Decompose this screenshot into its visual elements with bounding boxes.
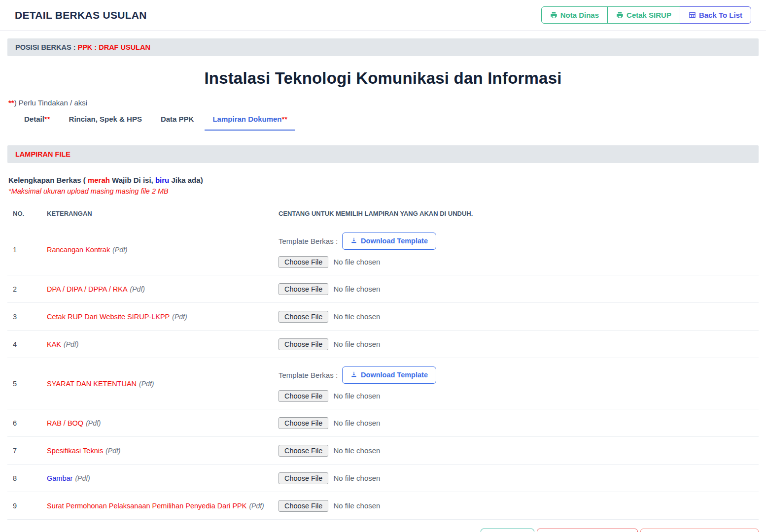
file-input-2[interactable]: Choose File No file chosen [279, 283, 759, 295]
file-input-8[interactable]: Choose File No file chosen [279, 472, 759, 484]
page-header-title: DETAIL BERKAS USULAN [15, 9, 147, 21]
no-file-chosen-text: No file chosen [333, 501, 380, 510]
table-row: 5 SYARAT DAN KETENTUAN(Pdf) Template Ber… [7, 358, 759, 409]
choose-file-button[interactable]: Choose File [279, 283, 328, 295]
table-row: 2 DPA / DIPA / DPPA / RKA(Pdf) Choose Fi… [7, 275, 759, 303]
download-icon [350, 237, 357, 245]
download-file-yang-dipilih-button[interactable]: Download File Yang Dipilih [640, 529, 759, 532]
table-icon [689, 11, 696, 19]
biru-word: biru [155, 176, 169, 184]
template-berkas-label: Template Berkas : [279, 371, 338, 379]
doc-type: (Pdf) [75, 474, 90, 482]
doc-label: RAB / BOQ [47, 419, 83, 427]
page: DETAIL BERKAS USULAN Nota Dinas Cetak SI… [0, 0, 766, 532]
back-to-list-label: Back To List [699, 11, 742, 19]
doc-label: KAK [47, 340, 61, 348]
no-file-chosen-text: No file chosen [333, 285, 380, 293]
no-file-chosen-text: No file chosen [333, 340, 380, 348]
file-input-3[interactable]: Choose File No file chosen [279, 311, 759, 323]
doc-type: (Pdf) [64, 340, 78, 348]
doc-label: Gambar [47, 474, 72, 482]
table-row: 7 Spesifikasi Teknis(Pdf) Choose File No… [7, 437, 759, 465]
choose-file-button[interactable]: Choose File [279, 256, 328, 268]
file-input-7[interactable]: Choose File No file chosen [279, 445, 759, 457]
printer-icon [550, 11, 557, 19]
topbar: DETAIL BERKAS USULAN Nota Dinas Cetak SI… [0, 0, 766, 31]
doc-label: Cetak RUP Dari Website SIRUP-LKPP [47, 313, 170, 321]
action-note: **) Perlu Tindakan / aksi [8, 99, 759, 107]
lampiran-file-banner-text: LAMPIRAN FILE [15, 150, 70, 158]
table-row: 8 Gambar(Pdf) Choose File No file chosen [7, 465, 759, 492]
choose-file-button[interactable]: Choose File [279, 500, 328, 512]
nota-dinas-button[interactable]: Nota Dinas [541, 6, 608, 24]
no-file-chosen-text: No file chosen [333, 474, 380, 482]
doc-type: (Pdf) [105, 447, 120, 455]
cetak-sirup-button[interactable]: Cetak SIRUP [607, 6, 680, 24]
no-file-chosen-text: No file chosen [333, 312, 380, 321]
cetak-sirup-label: Cetak SIRUP [627, 11, 671, 19]
table-row: 6 RAB / BOQ(Pdf) Choose File No file cho… [7, 409, 759, 437]
tab-rincian-spek-hps[interactable]: Rincian, Spek & HPS [61, 113, 150, 131]
template-berkas-label: Template Berkas : [279, 237, 338, 245]
download-icon [350, 371, 357, 379]
choose-file-button[interactable]: Choose File [279, 445, 328, 457]
file-input-6[interactable]: Choose File No file chosen [279, 417, 759, 429]
doc-label: Rancangan Kontrak [47, 246, 110, 254]
file-input-9[interactable]: Choose File No file chosen [279, 500, 759, 512]
content: POSISI BERKAS : PPK : DRAF USULAN Instal… [0, 31, 766, 532]
file-input-1[interactable]: Choose File No file chosen [279, 256, 759, 268]
table-row: 3 Cetak RUP Dari Website SIRUP-LKPP(Pdf)… [7, 303, 759, 331]
col-header-keterangan: KETERANGAN [47, 210, 279, 217]
col-header-no: NO. [7, 210, 47, 217]
no-file-chosen-text: No file chosen [333, 446, 380, 455]
page-title: Instalasi Teknologi Komunikasi dan Infor… [7, 69, 759, 88]
max-size-note: *Maksimal ukuran upload masing masing fi… [8, 187, 759, 195]
action-note-stars: ** [8, 99, 14, 107]
nota-dinas-label: Nota Dinas [560, 11, 599, 19]
doc-type: (Pdf) [130, 285, 145, 293]
doc-type: (Pdf) [172, 313, 187, 321]
table-header: NO. KETERANGAN CENTANG UNTUK MEMILIH LAM… [7, 205, 759, 224]
table-row: 9 Surat Permohonan Pelaksanaan Pemilihan… [7, 492, 759, 520]
col-header-centang: CENTANG UNTUK MEMILIH LAMPIRAN YANG AKAN… [279, 210, 759, 217]
unggah-button[interactable]: Unggah [481, 529, 534, 532]
doc-label: Spesifikasi Teknis [47, 447, 103, 455]
tab-detail[interactable]: Detail** [16, 113, 58, 131]
doc-label: Surat Permohonan Pelaksanaan Pemilihan P… [47, 502, 246, 510]
kelengkapan-note: Kelengkapan Berkas ( merah Wajib Di isi,… [8, 176, 759, 184]
table-row: 1 Rancangan Kontrak(Pdf) Template Berkas… [7, 224, 759, 275]
printer-icon [616, 11, 624, 19]
merah-word: merah [88, 176, 110, 184]
tabs: Detail** Rincian, Spek & HPS Data PPK La… [7, 113, 759, 131]
tab-data-ppk[interactable]: Data PPK [153, 113, 202, 131]
doc-type: (Pdf) [112, 246, 127, 254]
tab-lampiran-dokumen[interactable]: Lampiran Dokumen** [205, 113, 295, 131]
doc-label: SYARAT DAN KETENTUAN [47, 380, 137, 388]
file-input-5[interactable]: Choose File No file chosen [279, 390, 759, 402]
no-file-chosen-text: No file chosen [333, 258, 380, 266]
choose-file-button[interactable]: Choose File [279, 338, 328, 350]
choose-file-button[interactable]: Choose File [279, 390, 328, 402]
table-row: 4 KAK(Pdf) Choose File No file chosen [7, 331, 759, 358]
doc-label: DPA / DIPA / DPPA / RKA [47, 285, 128, 293]
doc-type: (Pdf) [139, 380, 154, 388]
download-semua-file-button[interactable]: Download Semua File [537, 529, 638, 532]
choose-file-button[interactable]: Choose File [279, 417, 328, 429]
action-note-text: ) Perlu Tindakan / aksi [14, 99, 87, 107]
choose-file-button[interactable]: Choose File [279, 311, 328, 323]
back-to-list-button[interactable]: Back To List [680, 6, 751, 24]
no-file-chosen-text: No file chosen [333, 419, 380, 427]
status-banner: POSISI BERKAS : PPK : DRAF USULAN [7, 38, 759, 56]
doc-type: (Pdf) [249, 502, 264, 510]
status-banner-value: PPK : DRAF USULAN [78, 43, 150, 51]
download-template-button[interactable]: Download Template [342, 366, 436, 384]
header-button-group: Nota Dinas Cetak SIRUP Back To List [541, 6, 751, 24]
status-banner-label: POSISI BERKAS : [15, 43, 75, 51]
choose-file-button[interactable]: Choose File [279, 472, 328, 484]
lampiran-file-banner: LAMPIRAN FILE [7, 145, 759, 163]
download-template-button[interactable]: Download Template [342, 233, 436, 250]
footer-buttons: Unggah Download Semua File Download File… [7, 529, 759, 532]
doc-type: (Pdf) [86, 419, 101, 427]
no-file-chosen-text: No file chosen [333, 392, 380, 400]
file-input-4[interactable]: Choose File No file chosen [279, 338, 759, 350]
